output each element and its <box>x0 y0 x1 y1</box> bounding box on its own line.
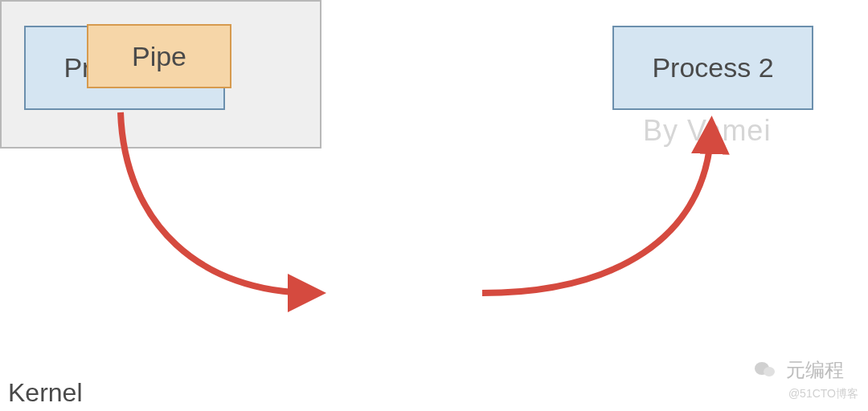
pipe-box: Pipe <box>87 24 231 88</box>
watermark-yuanbiancheng: 元编程 <box>755 357 844 383</box>
svg-point-1 <box>764 367 775 376</box>
process-2-box: Process 2 <box>612 26 813 110</box>
pipe-label: Pipe <box>132 41 186 72</box>
wechat-icon <box>755 360 776 383</box>
watermark-51cto: @51CTO博客 <box>788 387 858 401</box>
watermark-yuanbiancheng-text: 元编程 <box>786 359 844 380</box>
kernel-label: Kernel <box>8 378 83 408</box>
process-2-label: Process 2 <box>652 52 773 83</box>
watermark-by-vamei: By Vamei <box>643 114 771 148</box>
arrow-pipe-to-process2 <box>482 128 711 293</box>
